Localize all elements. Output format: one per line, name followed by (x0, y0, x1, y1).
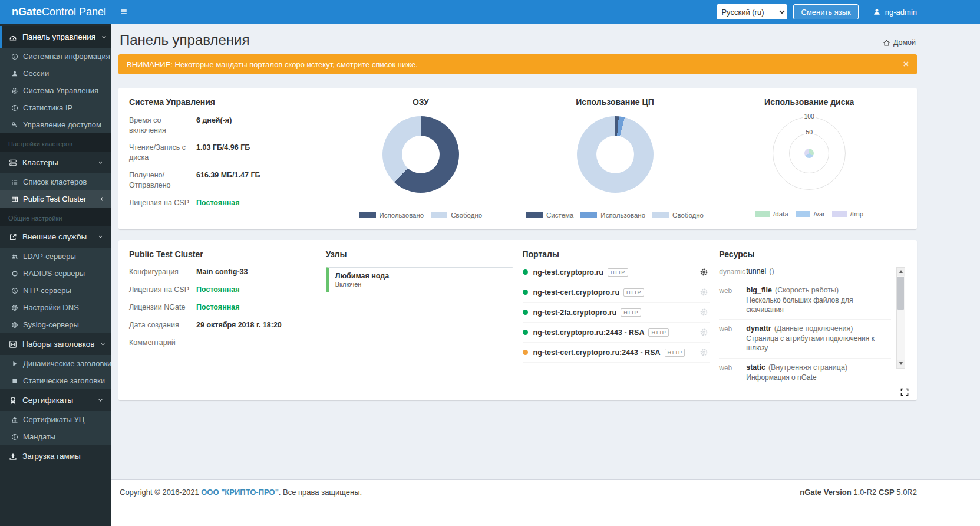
key-icon (11, 121, 18, 129)
sidebar-item-credentials[interactable]: Мандаты (0, 428, 111, 445)
portals-column: Порталы ng-test.cryptopro.ruHTTPng-test-… (523, 249, 710, 387)
warning-banner: ВНИМАНИЕ: Некоторые мандаты порталов ско… (118, 54, 917, 74)
sidebar-toggle-button[interactable] (111, 0, 137, 24)
brand-rest: Control Panel (42, 6, 106, 18)
resources-title: Ресурсы (719, 249, 891, 260)
warning-text: ВНИМАНИЕ: Некоторые мандаты порталов ско… (127, 60, 418, 69)
sidebar-item-public-test-cluster[interactable]: Public Test Cluster (0, 190, 111, 208)
system-info-rows: Время со включения6 дней(-я)Чтение/Запис… (129, 116, 324, 208)
sidebar-item-static-headers[interactable]: Статические заголовки (0, 372, 111, 389)
table-icon (11, 196, 18, 203)
change-language-button[interactable]: Сменить язык (793, 4, 858, 19)
info-row: Дата создания29 октября 2018 г. 18:20 (129, 320, 316, 330)
info-row: Лицензия на CSPПостоянная (129, 198, 324, 208)
copyright-suffix: . Все права защищены. (279, 488, 362, 497)
protocol-badge: HTTP (665, 349, 685, 357)
main-column: Панель управления Домой ВНИМАНИЕ: Некото… (111, 24, 980, 526)
portals-title: Порталы (523, 249, 710, 260)
legend-item: Система (526, 212, 573, 219)
navbar-right: Русский (ru) Сменить язык ng-admin (717, 0, 980, 24)
info-row: Получено/Отправлено616.39 МБ/1.47 ГБ (129, 170, 324, 190)
username: ng-admin (885, 8, 917, 17)
disk-usage-chart: 10050 (771, 115, 847, 192)
sidebar-item-dynamic-headers[interactable]: Динамические заголовки (0, 355, 111, 372)
sidebar-item-certificates[interactable]: Сертификаты (0, 389, 111, 411)
info-row: Комментарий (129, 338, 316, 348)
chart-legend: ИспользованоСвободно (324, 212, 518, 219)
portal-row[interactable]: ng-test.cryptopro.ru:2443 - RSAHTTP (523, 323, 710, 343)
sidebar-section-header: Настройки кластеров (0, 133, 111, 152)
legend-item: Использовано (359, 212, 424, 219)
sidebar-item-system-information[interactable]: Системная информация (0, 48, 111, 65)
scrollbar-thumb[interactable] (897, 277, 904, 310)
hsquare-icon (9, 340, 17, 349)
status-dot (523, 269, 528, 275)
sidebar-item-ntp-servers[interactable]: NTP-серверы (0, 282, 111, 299)
ram-chart-column: ОЗУИспользованоСвободно (324, 97, 518, 219)
sidebar-item-ldap-servers[interactable]: LDAP-серверы (0, 248, 111, 265)
user-icon (873, 8, 881, 16)
sidebar-item-ip-statistics[interactable]: Статистика IP (0, 99, 111, 116)
portal-settings-gear-icon[interactable] (699, 268, 708, 277)
expand-icon[interactable] (900, 387, 909, 397)
portal-row[interactable]: ng-test-2fa.cryptopro.ruHTTP (523, 303, 710, 323)
portal-settings-gear-icon[interactable] (699, 348, 708, 357)
resources-scrollbar[interactable] (896, 267, 905, 369)
sidebar-item-syslog-servers[interactable]: Syslog-серверы (0, 316, 111, 333)
sidebar-item-ca-certificates[interactable]: Сертификаты УЦ (0, 411, 111, 428)
chev-down-icon (101, 34, 107, 40)
portal-name: ng-test-2fa.cryptopro.ru (533, 308, 617, 317)
sidebar-item-external-services[interactable]: Внешние службы (0, 226, 111, 248)
resources-list: dynamictunnel()webbig_file(Скорость рабо… (719, 262, 891, 387)
gear-icon (11, 87, 18, 94)
portal-row[interactable]: ng-test-cert.cryptopro.ru:2443 - RSAHTTP (523, 343, 710, 363)
user-menu[interactable]: ng-admin (873, 8, 917, 17)
sidebar-item-header-sets[interactable]: Наборы заголовков (0, 333, 111, 355)
sidebar-item-access-control[interactable]: Управление доступом (0, 116, 111, 133)
portal-settings-gear-icon[interactable] (699, 308, 708, 317)
home-link[interactable]: Домой (883, 38, 916, 49)
sidebar-item-control-panel[interactable]: Панель управления (0, 26, 111, 48)
copyright: Copyright © 2016-2021 ООО "КРИПТО-ПРО". … (120, 488, 362, 497)
system-info-column: Система Управления Время со включения6 д… (129, 97, 324, 219)
menu-icon (120, 8, 128, 16)
info-row: Чтение/Запись с диска1.03 ГБ/4.96 ГБ (129, 143, 324, 163)
users-icon (11, 253, 18, 260)
chart-legend: СистемаИспользованоСвободно (518, 212, 712, 219)
info-row: Лицензия на CSPПостоянная (129, 285, 316, 295)
info-row: Лицензии NGateПостоянная (129, 303, 316, 313)
scroll-down-arrow-icon[interactable] (897, 360, 905, 368)
language-select[interactable]: Русский (ru) (717, 4, 787, 19)
sidebar-item-management-system[interactable]: Система Управления (0, 82, 111, 99)
resource-note: () (769, 267, 774, 275)
portal-settings-gear-icon[interactable] (699, 328, 708, 337)
sidebar-item-dns-settings[interactable]: Настройки DNS (0, 299, 111, 316)
portal-settings-gear-icon[interactable] (699, 288, 708, 297)
sidebar-item-radius-servers[interactable]: RADIUS-серверы (0, 265, 111, 282)
chev-down-icon (97, 159, 104, 166)
legend-item: Использовано (580, 212, 645, 219)
company-link[interactable]: ООО "КРИПТО-ПРО" (201, 488, 279, 497)
protocol-badge: HTTP (648, 328, 669, 337)
portal-row[interactable]: ng-test-cert.cryptopro.ruHTTP (523, 282, 710, 303)
resource-note: (Скорость работы) (775, 286, 839, 294)
portal-name: ng-test-cert.cryptopro.ru:2443 - RSA (533, 349, 661, 357)
resource-name: big_file (746, 286, 772, 294)
close-alert-button[interactable]: × (903, 60, 909, 69)
legend-item: /data (755, 211, 788, 218)
resource-note: (Данные подключения) (774, 324, 853, 333)
sidebar-item-cluster-list[interactable]: Список кластеров (0, 173, 111, 190)
sidebar-item-sessions[interactable]: Сессии (0, 65, 111, 82)
resource-name: static (746, 363, 765, 372)
sidebar-submenu: Системная информацияСессииСистема Управл… (0, 48, 111, 133)
sidebar-item-clusters[interactable]: Кластеры (0, 152, 111, 173)
resources-column: Ресурсы dynamictunnel()webbig_file(Скоро… (719, 249, 906, 387)
play-icon (11, 360, 18, 367)
resource-type: web (719, 363, 746, 383)
sidebar-submenu: LDAP-серверыRADIUS-серверыNTP-серверыНас… (0, 248, 111, 333)
scroll-up-arrow-icon[interactable] (897, 268, 905, 276)
chart-legend: /data/var/tmp (712, 211, 906, 218)
resource-description: Страница с атрибутами подключения к шлюз… (746, 334, 891, 353)
sidebar-item-gamma-upload[interactable]: Загрузка гаммы (0, 445, 111, 467)
portal-row[interactable]: ng-test.cryptopro.ruHTTP (523, 262, 710, 282)
